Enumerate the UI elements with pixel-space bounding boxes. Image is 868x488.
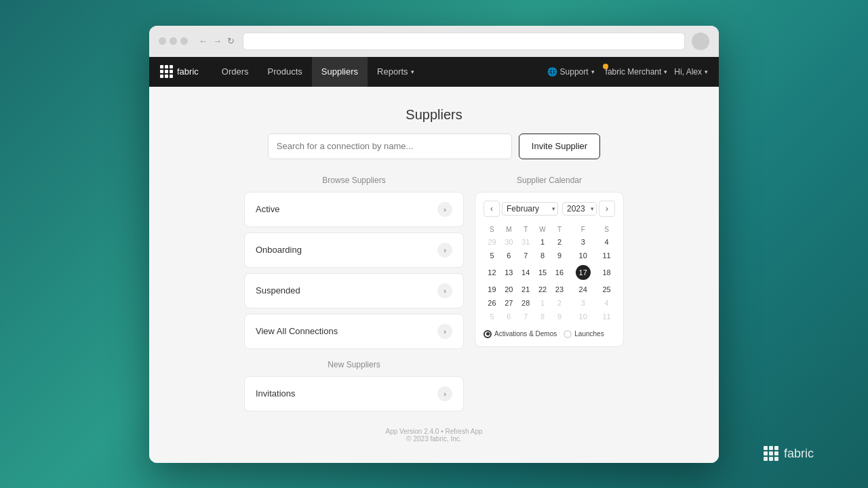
- activations-demos-radio[interactable]: Activations & Demos: [484, 330, 557, 338]
- year-select[interactable]: 2022 2023 2024: [562, 202, 597, 216]
- cal-day-0-4[interactable]: 2: [551, 235, 568, 249]
- suspended-chevron-icon: ›: [437, 283, 452, 298]
- cal-day-0-6[interactable]: 4: [598, 235, 615, 249]
- cal-day-1-1[interactable]: 6: [500, 249, 517, 262]
- cal-day-2-1[interactable]: 13: [500, 262, 517, 283]
- notification-dot: [603, 64, 608, 69]
- month-select[interactable]: January February March April May June Ju…: [502, 202, 558, 216]
- calendar-nav: ‹ January February March April May June: [484, 201, 615, 217]
- tl-close[interactable]: [159, 37, 166, 45]
- cal-day-3-5[interactable]: 24: [568, 283, 598, 296]
- cal-day-4-0[interactable]: 26: [484, 296, 500, 310]
- active-item[interactable]: Active ›: [244, 192, 464, 227]
- cal-day-4-1[interactable]: 27: [500, 296, 517, 310]
- cal-day-5-6[interactable]: 11: [598, 310, 615, 323]
- page-title: Suppliers: [163, 107, 705, 123]
- two-column-layout: Browse Suppliers Active › Onboarding › S…: [244, 176, 624, 417]
- cal-day-1-3[interactable]: 8: [534, 249, 551, 262]
- watermark-dots-icon: [764, 446, 778, 461]
- view-all-item[interactable]: View All Connections ›: [244, 314, 464, 349]
- merchant-chevron-icon: ▾: [664, 68, 667, 75]
- cal-day-1-5[interactable]: 10: [568, 249, 598, 262]
- invite-supplier-button[interactable]: Invite Supplier: [519, 134, 600, 159]
- support-label: Support: [560, 67, 589, 77]
- cal-day-3-4[interactable]: 23: [551, 283, 568, 296]
- calendar-card: ‹ January February March April May June: [475, 192, 624, 347]
- cal-day-5-3[interactable]: 8: [534, 310, 551, 323]
- cal-day-0-2[interactable]: 31: [517, 235, 534, 249]
- active-chevron-icon: ›: [437, 202, 452, 217]
- nav-reports[interactable]: Reports ▾: [368, 57, 424, 87]
- tl-maximize[interactable]: [180, 37, 188, 45]
- cal-day-2-5[interactable]: 17: [568, 262, 598, 283]
- nav-reports-label: Reports: [377, 66, 408, 77]
- cal-day-4-5[interactable]: 3: [568, 296, 598, 310]
- suspended-item[interactable]: Suspended ›: [244, 273, 464, 308]
- cal-day-3-1[interactable]: 20: [500, 283, 517, 296]
- launches-radio-icon: [564, 330, 572, 338]
- launches-label: Launches: [574, 330, 604, 338]
- nav-orders[interactable]: Orders: [212, 57, 258, 87]
- brand-logo[interactable]: fabric: [160, 65, 199, 78]
- cal-day-1-2[interactable]: 7: [517, 249, 534, 262]
- activations-demos-label: Activations & Demos: [494, 330, 557, 338]
- fabric-watermark: fabric: [764, 446, 814, 461]
- cal-day-1-0[interactable]: 5: [484, 249, 500, 262]
- nav-products[interactable]: Products: [258, 57, 312, 87]
- cal-day-4-2[interactable]: 28: [517, 296, 534, 310]
- cal-day-2-4[interactable]: 16: [551, 262, 568, 283]
- cal-day-4-3[interactable]: 1: [534, 296, 551, 310]
- calendar-grid: S M T W T F S 29303112345678910111213141…: [484, 224, 615, 323]
- cal-day-1-4[interactable]: 9: [551, 249, 568, 262]
- refresh-button[interactable]: ↻: [226, 36, 236, 46]
- new-suppliers-label: New Suppliers: [244, 360, 464, 369]
- calendar-legend: Activations & Demos Launches: [484, 330, 615, 338]
- cal-day-0-5[interactable]: 3: [568, 235, 598, 249]
- cal-day-5-2[interactable]: 7: [517, 310, 534, 323]
- cal-day-0-0[interactable]: 29: [484, 235, 500, 249]
- cal-day-4-6[interactable]: 4: [598, 296, 615, 310]
- back-button[interactable]: ←: [197, 36, 209, 46]
- forward-button[interactable]: →: [212, 36, 223, 46]
- cal-day-5-0[interactable]: 5: [484, 310, 500, 323]
- invitations-chevron-icon: ›: [437, 386, 452, 401]
- browser-avatar: [692, 33, 709, 50]
- cal-day-0-3[interactable]: 1: [534, 235, 551, 249]
- main-content: Suppliers Invite Supplier Browse Supplie…: [149, 87, 719, 463]
- invitations-item[interactable]: Invitations ›: [244, 376, 464, 411]
- col-tue: T: [517, 224, 534, 235]
- navbar: fabric Orders Products Suppliers Reports…: [149, 57, 719, 87]
- next-month-button[interactable]: ›: [599, 201, 615, 217]
- cal-day-2-0[interactable]: 12: [484, 262, 500, 283]
- cal-day-4-4[interactable]: 2: [551, 296, 568, 310]
- merchant-menu[interactable]: fabric Merchant ▾: [601, 67, 668, 77]
- cal-day-3-0[interactable]: 19: [484, 283, 500, 296]
- cal-day-3-3[interactable]: 22: [534, 283, 551, 296]
- brand-dots-icon: [160, 65, 173, 78]
- cal-day-3-6[interactable]: 25: [598, 283, 615, 296]
- cal-day-5-4[interactable]: 9: [551, 310, 568, 323]
- user-menu[interactable]: Hi, Alex ▾: [674, 67, 708, 77]
- support-menu[interactable]: 🌐 Support ▾: [547, 67, 595, 77]
- cal-day-1-6[interactable]: 11: [598, 249, 615, 262]
- cal-day-2-3[interactable]: 15: [534, 262, 551, 283]
- prev-month-button[interactable]: ‹: [484, 201, 500, 217]
- active-label: Active: [256, 204, 279, 214]
- cal-day-2-6[interactable]: 18: [598, 262, 615, 283]
- cal-day-3-2[interactable]: 21: [517, 283, 534, 296]
- cal-day-5-5[interactable]: 10: [568, 310, 598, 323]
- tl-minimize[interactable]: [170, 37, 177, 45]
- cal-day-5-1[interactable]: 6: [500, 310, 517, 323]
- nav-right: 🌐 Support ▾ fabric Merchant ▾ Hi, Alex ▾: [547, 67, 708, 77]
- launches-radio[interactable]: Launches: [564, 330, 604, 338]
- onboarding-label: Onboarding: [256, 245, 302, 255]
- onboarding-item[interactable]: Onboarding ›: [244, 232, 464, 268]
- cal-day-2-2[interactable]: 14: [517, 262, 534, 283]
- cal-day-0-1[interactable]: 30: [500, 235, 517, 249]
- url-bar[interactable]: [243, 33, 685, 50]
- browser-window: ← → ↻ fabric Orders Products Suppliers R…: [149, 26, 719, 463]
- year-select-wrap: 2022 2023 2024: [562, 202, 597, 216]
- nav-suppliers[interactable]: Suppliers: [312, 57, 368, 87]
- search-bar-row: Invite Supplier: [163, 134, 705, 159]
- search-input[interactable]: [268, 134, 512, 159]
